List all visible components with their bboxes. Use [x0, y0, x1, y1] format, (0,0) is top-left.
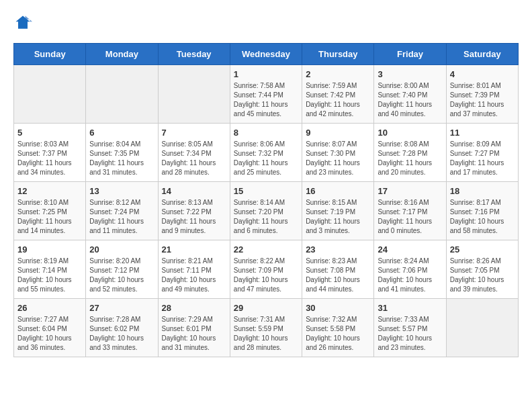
- day-number: 16: [306, 186, 370, 196]
- week-row-4: 19Sunrise: 8:19 AM Sunset: 7:14 PM Dayli…: [14, 240, 519, 299]
- day-info: Sunrise: 8:26 AM Sunset: 7:05 PM Dayligh…: [450, 257, 515, 294]
- day-cell: 8Sunrise: 8:06 AM Sunset: 7:32 PM Daylig…: [230, 124, 302, 182]
- day-info: Sunrise: 8:04 AM Sunset: 7:35 PM Dayligh…: [89, 140, 154, 177]
- day-cell: 10Sunrise: 8:08 AM Sunset: 7:28 PM Dayli…: [374, 124, 446, 182]
- weekday-header-monday: Monday: [86, 44, 158, 65]
- day-cell: 24Sunrise: 8:24 AM Sunset: 7:06 PM Dayli…: [374, 240, 446, 299]
- day-cell: 1Sunrise: 7:58 AM Sunset: 7:44 PM Daylig…: [230, 65, 302, 124]
- day-cell: 9Sunrise: 8:07 AM Sunset: 7:30 PM Daylig…: [302, 124, 374, 182]
- day-number: 8: [234, 128, 298, 138]
- day-info: Sunrise: 8:10 AM Sunset: 7:25 PM Dayligh…: [17, 198, 82, 236]
- day-cell: [446, 299, 518, 357]
- day-cell: [14, 65, 86, 124]
- day-info: Sunrise: 8:01 AM Sunset: 7:39 PM Dayligh…: [450, 81, 515, 119]
- day-info: Sunrise: 8:20 AM Sunset: 7:12 PM Dayligh…: [89, 257, 154, 294]
- day-cell: 20Sunrise: 8:20 AM Sunset: 7:12 PM Dayli…: [86, 240, 158, 299]
- day-cell: 4Sunrise: 8:01 AM Sunset: 7:39 PM Daylig…: [446, 65, 518, 124]
- day-number: 23: [306, 244, 370, 255]
- day-cell: 6Sunrise: 8:04 AM Sunset: 7:35 PM Daylig…: [86, 124, 158, 182]
- weekday-header-sunday: Sunday: [14, 44, 86, 65]
- day-info: Sunrise: 8:05 AM Sunset: 7:34 PM Dayligh…: [162, 140, 226, 177]
- day-number: 29: [234, 303, 298, 313]
- weekday-header-wednesday: Wednesday: [230, 44, 302, 65]
- day-cell: 14Sunrise: 8:13 AM Sunset: 7:22 PM Dayli…: [158, 182, 230, 240]
- day-cell: 19Sunrise: 8:19 AM Sunset: 7:14 PM Dayli…: [14, 240, 86, 299]
- day-number: 28: [162, 303, 226, 313]
- day-cell: 21Sunrise: 8:21 AM Sunset: 7:11 PM Dayli…: [158, 240, 230, 299]
- day-cell: 11Sunrise: 8:09 AM Sunset: 7:27 PM Dayli…: [446, 124, 518, 182]
- day-info: Sunrise: 8:09 AM Sunset: 7:27 PM Dayligh…: [450, 140, 515, 177]
- day-cell: [158, 65, 230, 124]
- day-number: 31: [378, 303, 442, 313]
- week-row-5: 26Sunrise: 7:27 AM Sunset: 6:04 PM Dayli…: [14, 299, 519, 357]
- day-number: 9: [306, 128, 370, 138]
- day-number: 25: [450, 244, 515, 255]
- day-cell: 25Sunrise: 8:26 AM Sunset: 7:05 PM Dayli…: [446, 240, 518, 299]
- weekday-header-friday: Friday: [374, 44, 446, 65]
- day-cell: 18Sunrise: 8:17 AM Sunset: 7:16 PM Dayli…: [446, 182, 518, 240]
- day-cell: 27Sunrise: 7:28 AM Sunset: 6:02 PM Dayli…: [86, 299, 158, 357]
- day-info: Sunrise: 7:59 AM Sunset: 7:42 PM Dayligh…: [306, 81, 370, 119]
- day-info: Sunrise: 8:06 AM Sunset: 7:32 PM Dayligh…: [234, 140, 298, 177]
- day-info: Sunrise: 8:07 AM Sunset: 7:30 PM Dayligh…: [306, 140, 370, 177]
- day-number: 17: [378, 186, 442, 196]
- day-cell: 17Sunrise: 8:16 AM Sunset: 7:17 PM Dayli…: [374, 182, 446, 240]
- day-number: 1: [234, 69, 298, 79]
- week-row-1: 1Sunrise: 7:58 AM Sunset: 7:44 PM Daylig…: [14, 65, 519, 124]
- day-info: Sunrise: 8:19 AM Sunset: 7:14 PM Dayligh…: [17, 257, 82, 294]
- day-number: 22: [234, 244, 298, 255]
- day-number: 21: [162, 244, 226, 255]
- day-info: Sunrise: 8:16 AM Sunset: 7:17 PM Dayligh…: [378, 198, 442, 236]
- day-cell: 31Sunrise: 7:33 AM Sunset: 5:57 PM Dayli…: [374, 299, 446, 357]
- day-number: 6: [89, 128, 154, 138]
- day-cell: 13Sunrise: 8:12 AM Sunset: 7:24 PM Dayli…: [86, 182, 158, 240]
- week-row-3: 12Sunrise: 8:10 AM Sunset: 7:25 PM Dayli…: [14, 182, 519, 240]
- day-cell: 12Sunrise: 8:10 AM Sunset: 7:25 PM Dayli…: [14, 182, 86, 240]
- week-row-2: 5Sunrise: 8:03 AM Sunset: 7:37 PM Daylig…: [14, 124, 519, 182]
- day-info: Sunrise: 8:17 AM Sunset: 7:16 PM Dayligh…: [450, 198, 515, 236]
- day-number: 27: [89, 303, 154, 313]
- day-number: 7: [162, 128, 226, 138]
- day-info: Sunrise: 8:03 AM Sunset: 7:37 PM Dayligh…: [17, 140, 82, 177]
- day-number: 11: [450, 128, 515, 138]
- day-cell: 3Sunrise: 8:00 AM Sunset: 7:40 PM Daylig…: [374, 65, 446, 124]
- day-number: 18: [450, 186, 515, 196]
- logo-icon: [13, 13, 32, 32]
- day-info: Sunrise: 7:31 AM Sunset: 5:59 PM Dayligh…: [234, 315, 298, 353]
- day-cell: 15Sunrise: 8:14 AM Sunset: 7:20 PM Dayli…: [230, 182, 302, 240]
- day-cell: [86, 65, 158, 124]
- day-info: Sunrise: 8:22 AM Sunset: 7:09 PM Dayligh…: [234, 257, 298, 294]
- calendar-table: SundayMondayTuesdayWednesdayThursdayFrid…: [13, 43, 519, 357]
- day-info: Sunrise: 7:28 AM Sunset: 6:02 PM Dayligh…: [89, 315, 154, 353]
- weekday-header-saturday: Saturday: [446, 44, 518, 65]
- day-cell: 23Sunrise: 8:23 AM Sunset: 7:08 PM Dayli…: [302, 240, 374, 299]
- day-cell: 26Sunrise: 7:27 AM Sunset: 6:04 PM Dayli…: [14, 299, 86, 357]
- day-cell: 2Sunrise: 7:59 AM Sunset: 7:42 PM Daylig…: [302, 65, 374, 124]
- day-info: Sunrise: 8:13 AM Sunset: 7:22 PM Dayligh…: [162, 198, 226, 236]
- day-cell: 30Sunrise: 7:32 AM Sunset: 5:58 PM Dayli…: [302, 299, 374, 357]
- day-number: 19: [17, 244, 82, 255]
- day-number: 3: [378, 69, 442, 79]
- day-info: Sunrise: 8:23 AM Sunset: 7:08 PM Dayligh…: [306, 257, 370, 294]
- weekday-header-thursday: Thursday: [302, 44, 374, 65]
- day-cell: 5Sunrise: 8:03 AM Sunset: 7:37 PM Daylig…: [14, 124, 86, 182]
- day-info: Sunrise: 8:15 AM Sunset: 7:19 PM Dayligh…: [306, 198, 370, 236]
- day-info: Sunrise: 8:00 AM Sunset: 7:40 PM Dayligh…: [378, 81, 442, 119]
- day-info: Sunrise: 7:32 AM Sunset: 5:58 PM Dayligh…: [306, 315, 370, 353]
- day-cell: 7Sunrise: 8:05 AM Sunset: 7:34 PM Daylig…: [158, 124, 230, 182]
- day-number: 15: [234, 186, 298, 196]
- day-number: 30: [306, 303, 370, 313]
- day-info: Sunrise: 7:33 AM Sunset: 5:57 PM Dayligh…: [378, 315, 442, 353]
- weekday-header-tuesday: Tuesday: [158, 44, 230, 65]
- page-header: [13, 13, 519, 32]
- day-number: 14: [162, 186, 226, 196]
- day-number: 4: [450, 69, 515, 79]
- day-number: 20: [89, 244, 154, 255]
- day-info: Sunrise: 8:24 AM Sunset: 7:06 PM Dayligh…: [378, 257, 442, 294]
- day-info: Sunrise: 7:58 AM Sunset: 7:44 PM Dayligh…: [234, 81, 298, 119]
- day-number: 26: [17, 303, 82, 313]
- day-info: Sunrise: 8:14 AM Sunset: 7:20 PM Dayligh…: [234, 198, 298, 236]
- day-cell: 16Sunrise: 8:15 AM Sunset: 7:19 PM Dayli…: [302, 182, 374, 240]
- day-info: Sunrise: 8:21 AM Sunset: 7:11 PM Dayligh…: [162, 257, 226, 294]
- day-info: Sunrise: 7:29 AM Sunset: 6:01 PM Dayligh…: [162, 315, 226, 353]
